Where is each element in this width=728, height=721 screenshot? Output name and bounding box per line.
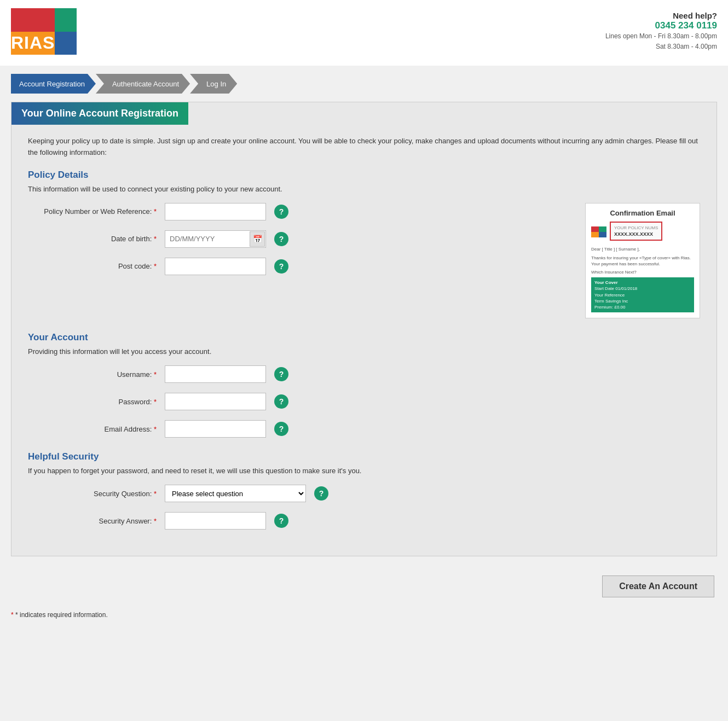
password-row: Password: * ?	[28, 393, 700, 410]
create-account-button[interactable]: Create An Account	[602, 575, 714, 597]
postcode-row: Post code: * ?	[28, 258, 574, 275]
username-label: Username: *	[28, 370, 165, 379]
security-answer-input[interactable]	[165, 512, 266, 530]
password-help-button[interactable]: ?	[274, 394, 288, 409]
security-section: Helpful Security If you happen to forget…	[28, 451, 700, 530]
confirmation-email-title: Confirmation Email	[591, 209, 694, 217]
logo-bottom-right	[55, 32, 77, 55]
breadcrumb-account-registration[interactable]: Account Registration	[11, 74, 96, 94]
required-note: * * indicates required information.	[0, 608, 728, 627]
dob-help-button[interactable]: ?	[274, 232, 288, 246]
policy-details-info: This information will be used to connect…	[28, 185, 700, 193]
phone-number[interactable]: 0345 234 0119	[605, 20, 717, 31]
your-account-title: Your Account	[28, 332, 700, 343]
your-account-info: Providing this information will let you …	[28, 347, 700, 356]
form-container: Keeping your policy up to date is simple…	[11, 125, 717, 556]
email-mock: YOUR POLICY NUMS XXXX.XXX.XXXX Dear [ Ti…	[591, 222, 694, 312]
email-label: Email Address: *	[28, 425, 165, 433]
policy-number-input[interactable]	[165, 203, 266, 220]
policy-form-fields: Policy Number or Web Reference: * ? Date…	[28, 203, 574, 318]
required-star: *	[154, 207, 157, 216]
security-question-label: Security Question: *	[28, 490, 165, 498]
page-title: Your Online Account Registration	[21, 108, 178, 119]
username-input[interactable]	[165, 365, 266, 383]
confirmation-email-box: Confirmation Email YOUR POLICY NUMS	[585, 203, 700, 318]
username-help-button[interactable]: ?	[274, 367, 288, 381]
dob-label: Date of birth: *	[28, 235, 165, 243]
email-input[interactable]	[165, 420, 266, 438]
policy-details-layout: Policy Number or Web Reference: * ? Date…	[28, 203, 700, 318]
policy-details-title: Policy Details	[28, 170, 700, 181]
header: RIAS Need help? 0345 234 0119 Lines open…	[0, 0, 728, 66]
policy-number-row: Policy Number or Web Reference: * ?	[28, 203, 574, 220]
security-question-help-button[interactable]: ?	[314, 486, 328, 501]
required-star-postcode: *	[154, 262, 157, 270]
logo-bottom-left: RIAS	[11, 32, 55, 55]
postcode-help-button[interactable]: ?	[274, 259, 288, 274]
breadcrumb-log-in[interactable]: Log In	[190, 74, 237, 94]
email-ref-box: YOUR POLICY NUMS XXXX.XXX.XXXX	[610, 222, 662, 241]
password-input[interactable]	[165, 393, 266, 410]
policy-number-help-button[interactable]: ?	[274, 205, 288, 219]
dob-row: Date of birth: * 📅 ?	[28, 230, 574, 248]
logo-top-left	[11, 8, 55, 32]
username-row: Username: * ?	[28, 365, 700, 383]
logo: RIAS	[11, 8, 82, 57]
need-help-label: Need help?	[605, 11, 717, 20]
security-answer-row: Security Answer: * ?	[28, 512, 700, 530]
date-input-wrapper: 📅	[165, 230, 266, 248]
calendar-icon[interactable]: 📅	[250, 231, 265, 247]
help-section: Need help? 0345 234 0119 Lines open Mon …	[605, 8, 717, 52]
logo-top-right	[55, 8, 77, 32]
postcode-input[interactable]	[165, 258, 266, 275]
main-content: Your Online Account Registration Keeping…	[11, 102, 717, 556]
security-question-select[interactable]: Please select question What is your moth…	[165, 485, 306, 502]
security-title: Helpful Security	[28, 451, 700, 462]
main-title-bar: Your Online Account Registration	[11, 102, 188, 125]
bottom-bar: Create An Account	[0, 565, 728, 608]
security-answer-help-button[interactable]: ?	[274, 514, 288, 528]
postcode-label: Post code: *	[28, 262, 165, 270]
email-help-button[interactable]: ?	[274, 422, 288, 436]
security-info: If you happen to forget your password, a…	[28, 467, 700, 475]
intro-text: Keeping your policy up to date is simple…	[28, 136, 700, 159]
breadcrumb-authenticate-account[interactable]: Authenticate Account	[96, 74, 190, 94]
breadcrumb-nav: Account Registration Authenticate Accoun…	[0, 66, 728, 94]
required-star-dob: *	[154, 235, 157, 243]
security-answer-label: Security Answer: *	[28, 517, 165, 525]
logo-text: RIAS	[11, 33, 55, 53]
email-row: Email Address: * ?	[28, 420, 700, 438]
policy-number-label: Policy Number or Web Reference: *	[28, 207, 165, 216]
email-policy-box: Your Cover Start Date 01/01/2018 Your Re…	[591, 277, 694, 312]
your-account-section: Your Account Providing this information …	[28, 332, 700, 438]
security-question-row: Security Question: * Please select quest…	[28, 485, 700, 502]
hours-text: Lines open Mon - Fri 8.30am - 8.00pm Sat…	[605, 31, 717, 52]
password-label: Password: *	[28, 398, 165, 406]
